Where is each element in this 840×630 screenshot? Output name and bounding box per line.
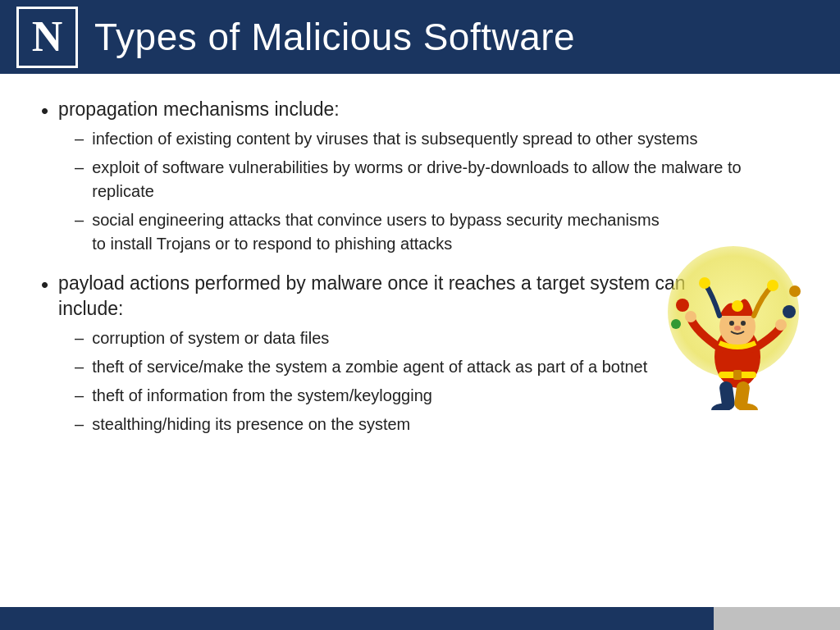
bullet-dot-2: • <box>41 272 48 299</box>
bullet-2-content: payload actions performed by malware onc… <box>58 271 731 441</box>
svg-point-11 <box>699 277 710 289</box>
svg-point-13 <box>732 300 743 312</box>
sub-item-2-1: – corruption of system or data files <box>58 326 731 350</box>
svg-point-6 <box>775 319 787 331</box>
slide-title: Types of Malicious Software <box>94 15 575 59</box>
bullet-1-text: propagation mechanisms include: <box>58 97 799 122</box>
sub-list-2: – corruption of system or data files – t… <box>58 326 731 436</box>
sub-item-2-2: – theft of service/make the system a zom… <box>58 355 731 379</box>
svg-point-16 <box>789 285 801 297</box>
sub-item-2-4: – stealthing/hiding its presence on the … <box>58 413 731 436</box>
jester-illustration <box>651 230 815 410</box>
logo-box: N <box>16 7 78 68</box>
dash-1-1: – <box>75 127 84 151</box>
svg-point-14 <box>676 299 689 312</box>
bullet-2-text: payload actions performed by malware onc… <box>58 271 731 322</box>
svg-point-17 <box>671 319 681 329</box>
slide: N Types of Malicious Software • propagat… <box>0 0 840 630</box>
dash-2-2: – <box>75 355 84 379</box>
sub-text-2-2: theft of service/make the system a zombi… <box>92 355 647 379</box>
jester-svg <box>651 230 815 410</box>
sub-item-2-3: – theft of information from the system/k… <box>58 384 731 408</box>
svg-point-9 <box>741 321 746 326</box>
sub-text-1-2: exploit of software vulnerabilities by w… <box>92 156 799 203</box>
dash-1-2: – <box>75 156 84 180</box>
sub-text-2-3: theft of information from the system/key… <box>92 384 432 408</box>
bullet-dot-1: • <box>41 98 48 126</box>
svg-point-8 <box>729 321 734 326</box>
sub-text-2-1: corruption of system or data files <box>92 326 329 350</box>
svg-point-15 <box>783 305 796 318</box>
logo-letter: N <box>32 16 63 58</box>
slide-header: N Types of Malicious Software <box>0 0 840 74</box>
slide-content: • propagation mechanisms include: – infe… <box>0 74 840 607</box>
sub-text-1-3: social engineering attacks that convince… <box>92 208 666 256</box>
sub-text-2-4: stealthing/hiding its presence on the sy… <box>92 413 410 436</box>
svg-point-12 <box>767 280 778 291</box>
svg-point-5 <box>685 311 696 322</box>
sub-item-1-2: – exploit of software vulnerabilities by… <box>58 156 799 203</box>
dash-1-3: – <box>75 208 84 232</box>
svg-rect-19 <box>733 370 742 380</box>
dash-2-4: – <box>75 413 84 436</box>
dash-2-3: – <box>75 384 84 408</box>
slide-footer <box>0 607 840 630</box>
footer-bar <box>0 607 840 630</box>
svg-point-10 <box>734 326 741 331</box>
sub-item-1-1: – infection of existing content by virus… <box>58 127 799 151</box>
sub-text-1-1: infection of existing content by viruses… <box>92 127 697 151</box>
dash-2-1: – <box>75 326 84 350</box>
